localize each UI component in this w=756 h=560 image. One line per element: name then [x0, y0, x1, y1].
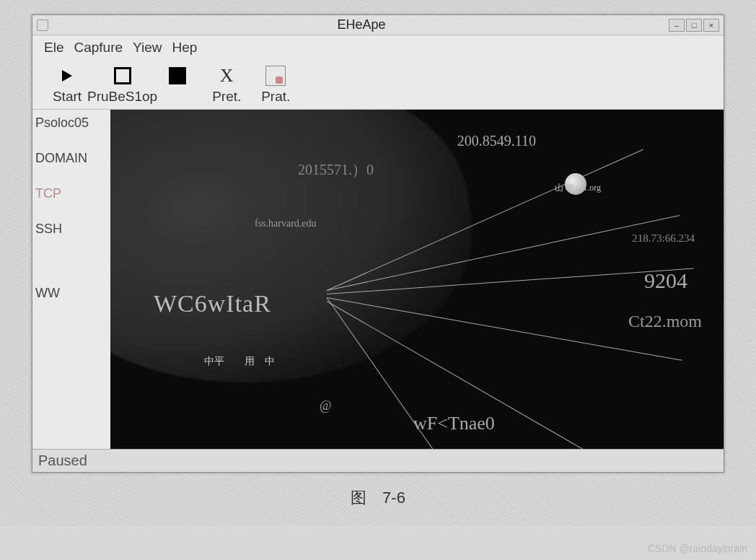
node-label-ip: 200.8549.110	[457, 133, 536, 149]
titlebar: EHeApe – □ ×	[32, 15, 724, 35]
node-label-host: Ct22.mom	[628, 312, 702, 331]
node-label-ip: 218.73:66.234	[632, 232, 695, 245]
close-button[interactable]: ×	[703, 19, 719, 32]
play-icon	[57, 66, 77, 86]
system-menu-icon[interactable]	[37, 19, 48, 31]
window-title: EHeApe	[54, 17, 669, 32]
node-label: 山 吻 1.org	[555, 182, 601, 194]
menu-view[interactable]: Yiew	[130, 40, 164, 56]
x-icon: X	[216, 66, 237, 86]
menu-help[interactable]: Hep	[170, 40, 201, 56]
window-controls: – □ ×	[669, 19, 719, 32]
sidebar-item-ww[interactable]: WW	[35, 286, 107, 301]
pret-button[interactable]: X Pret.	[209, 66, 244, 105]
pret-label: Pret.	[212, 89, 241, 105]
maximize-button[interactable]: □	[686, 19, 702, 32]
status-text: Paused	[38, 452, 87, 468]
square-outline-icon	[113, 66, 133, 86]
network-canvas[interactable]: 200.8549.110 2015571.）0 fss.harvard.edu …	[110, 110, 724, 449]
sidebar-item-psoloc[interactable]: Psoloc05	[35, 115, 107, 131]
sidebar-item-domain[interactable]: DOMAIN	[35, 151, 107, 166]
svg-marker-0	[62, 70, 72, 82]
start-button[interactable]: Start	[50, 66, 84, 105]
minimize-button[interactable]: –	[669, 19, 685, 32]
statusbar: Paused	[32, 449, 724, 472]
square-solid-icon	[167, 66, 188, 86]
node-label: wF<Tnae0	[413, 413, 495, 434]
protocol-sidebar: Psoloc05 DOMAIN TCP SSH WW	[32, 110, 110, 449]
sidebar-item-ssh[interactable]: SSH	[35, 222, 107, 237]
sidebar-item-tcp[interactable]: TCP	[35, 186, 107, 201]
menu-capture[interactable]: Capfure	[71, 40, 126, 56]
toolbar: Start PruBeS1op X Pret. Prat.	[32, 60, 724, 109]
node-label: 9204	[644, 268, 687, 293]
node-label: WC6wItaR	[154, 290, 271, 318]
watermark: CSDN @raindayinrain	[648, 543, 747, 554]
prat-button[interactable]: Prat.	[258, 66, 293, 105]
prubes-label: PruBeS1op	[87, 89, 157, 105]
document-icon	[265, 66, 286, 86]
stop-button[interactable]	[160, 66, 195, 105]
node-label-host: fss.harvard.edu	[255, 218, 317, 229]
node-label: 中平 用 中	[204, 355, 275, 368]
app-window: EHeApe – □ × Ele Capfure Yiew Hep Start …	[32, 14, 724, 473]
node-label-ip: 2015571.）0	[298, 160, 374, 180]
start-label: Start	[53, 89, 82, 105]
main-area: Psoloc05 DOMAIN TCP SSH WW 200.8549.110 …	[32, 109, 724, 449]
traffic-blob	[110, 110, 490, 414]
node-label: @	[320, 398, 332, 414]
menu-ele[interactable]: Ele	[41, 40, 66, 56]
figure-caption: 图 7-6	[14, 473, 742, 512]
prat-label: Prat.	[261, 89, 290, 105]
pause-button[interactable]: PruBeS1op	[87, 66, 157, 105]
menubar: Ele Capfure Yiew Hep	[32, 35, 724, 60]
